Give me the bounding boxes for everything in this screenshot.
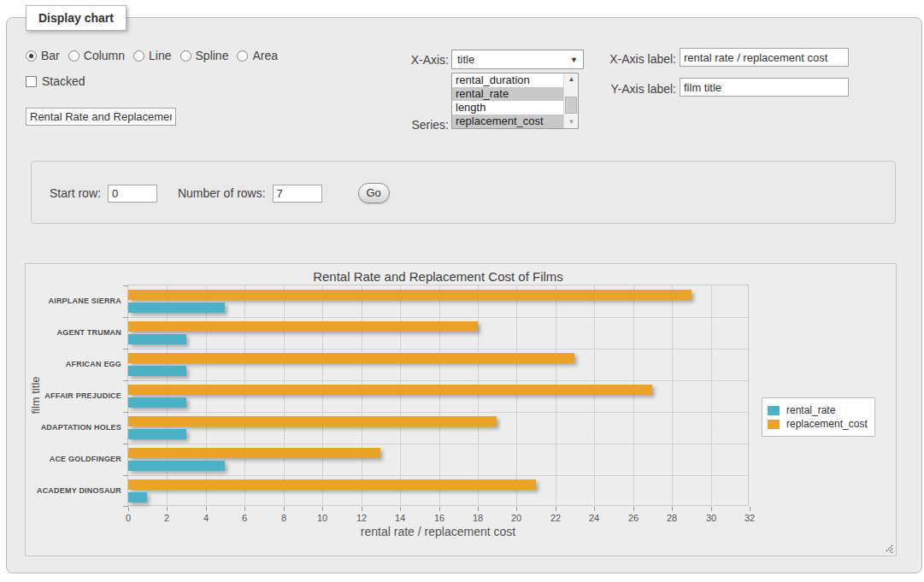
start-row-label: Start row: [50,186,101,200]
bar-rental_rate [128,303,225,313]
chart-type-radio-column[interactable]: Column [68,49,125,62]
x-tick-label: 0 [117,513,139,523]
gridline [362,285,362,507]
gridline [128,412,750,413]
x-tick-label: 14 [389,513,411,523]
gridline [206,285,207,507]
chart-panel: Rental Rate and Replacement Cost of Film… [25,263,897,556]
category-label: AGENT TRUMAN [30,317,121,349]
chart-type-radio-line[interactable]: Line [133,49,171,62]
series-option-rental_rate[interactable]: rental_rate [452,87,563,101]
bar-replacement_cost [128,290,692,300]
legend-item-replacement_cost: replacement_cost [768,418,868,430]
radio-icon [133,50,144,62]
y-tick [123,475,128,476]
y-tick [123,285,128,286]
stacked-label: Stacked [42,74,85,88]
series-listbox[interactable]: rental_durationrental_ratelengthreplacem… [451,73,579,129]
chart-type-radio-bar[interactable]: Bar [26,49,60,62]
legend-item-rental_rate: rental_rate [768,404,868,416]
series-options: rental_durationrental_ratelengthreplacem… [452,73,578,128]
x-tick-label: 12 [350,513,373,523]
x-tick [244,507,245,511]
series-option-length[interactable]: length [452,101,563,115]
radio-label: Line [149,49,171,62]
x-axis-label-input[interactable] [680,48,849,67]
bar-replacement_cost [128,321,478,332]
bar-rental_rate [128,492,147,503]
x-tick-label: 22 [544,513,567,523]
bar-rental_rate [128,397,186,408]
x-tick [711,507,712,511]
gridline [439,285,440,507]
gridline [167,285,168,507]
page: { "fieldset": { "legend": "Display chart… [0,0,924,582]
bar-rental_rate [128,461,225,471]
chart-x-axis-title: rental rate / replacement cost [127,525,749,538]
x-axis-select[interactable]: title ▼ [451,50,584,69]
x-tick [167,507,168,511]
gridline [128,349,750,350]
x-tick-label: 32 [739,513,761,523]
chart-title: Rental Rate and Replacement Cost of Film… [127,269,749,284]
gridline [322,285,323,507]
x-axis-select-label: X-Axis: [389,53,449,67]
chart-title-input[interactable] [26,108,176,126]
bar-replacement_cost [128,448,380,458]
stacked-checkbox-row[interactable]: Stacked [26,74,85,88]
chart-type-radio-area[interactable]: Area [237,49,278,62]
x-tick [556,507,556,511]
bar-replacement_cost [128,385,652,395]
start-row-input[interactable] [108,185,157,203]
rows-panel-content: Start row: Number of rows: Go [50,183,390,203]
series-listbox-label: Series: [389,118,449,132]
category-label: AFRICAN EGG [30,349,121,380]
gridline [594,285,595,507]
x-tick-label: 8 [273,513,295,523]
legend-swatch [768,406,780,415]
x-tick-label: 18 [467,513,489,523]
scroll-up-icon[interactable]: ▲ [564,73,579,85]
stacked-checkbox[interactable] [26,76,37,87]
category-label: ADAPTATION HOLES [30,412,121,444]
series-option-rental_duration[interactable]: rental_duration [452,73,563,87]
x-tick-label: 2 [156,513,178,523]
x-tick-label: 20 [505,513,527,523]
bar-replacement_cost [128,353,574,363]
number-of-rows-input[interactable] [273,185,322,203]
rows-panel: Start row: Number of rows: Go [31,161,896,224]
x-tick [284,507,285,511]
x-tick [750,507,750,511]
gridline [633,285,634,507]
bar-rental_rate [128,334,186,344]
scroll-down-icon[interactable]: ▼ [564,116,579,128]
x-tick-label: 4 [195,513,217,523]
bar-rental_rate [128,366,186,376]
series-option-replacement_cost[interactable]: replacement_cost [452,115,563,128]
y-tick [123,380,128,381]
x-tick-label: 30 [700,513,722,523]
radio-label: Bar [41,49,60,62]
y-axis-label-input[interactable] [680,78,849,97]
plot-area: AIRPLANE SIERRAAGENT TRUMANAFRICAN EGGAF… [127,285,749,506]
gridline [556,285,556,507]
x-tick [400,507,401,511]
resize-handle-icon[interactable] [884,544,894,554]
go-button[interactable]: Go [358,183,390,203]
y-tick [123,349,128,350]
gridline [128,475,750,476]
gridline [672,285,673,507]
fieldset-legend: Display chart [26,5,127,31]
scrollbar-thumb[interactable] [565,97,577,114]
y-axis-label-label: Y-Axis label: [599,82,676,96]
x-tick [633,507,634,511]
series-scrollbar[interactable]: ▲ ▼ [563,73,578,128]
x-tick-label: 24 [583,513,605,523]
chevron-down-icon: ▼ [570,56,578,64]
radio-label: Column [84,49,125,62]
x-tick [206,507,207,511]
x-tick [128,507,129,511]
chart-type-radio-spline[interactable]: Spline [180,49,229,62]
y-tick [123,412,128,413]
gridline [128,380,750,381]
